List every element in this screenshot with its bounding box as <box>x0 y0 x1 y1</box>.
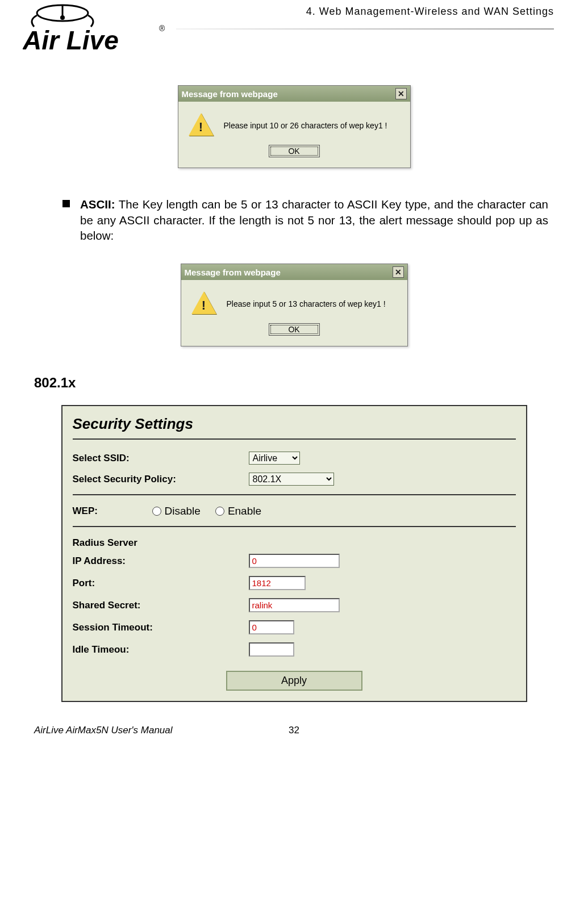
session-timeout-input[interactable] <box>249 620 294 634</box>
warning-icon: ! <box>189 113 214 138</box>
ascii-paragraph: ASCII: The Key length can be 5 or 13 cha… <box>80 197 548 244</box>
close-icon[interactable]: ✕ <box>393 266 404 278</box>
dialog-message: Please input 5 or 13 characters of wep k… <box>227 299 386 308</box>
page-number: 32 <box>207 725 381 736</box>
wep-enable-label: Enable <box>228 505 261 517</box>
port-input[interactable] <box>249 576 306 590</box>
svg-text:®: ® <box>159 24 165 33</box>
session-timeout-label: Session Timeout: <box>73 622 249 633</box>
svg-point-2 <box>60 15 65 20</box>
footer-manual-name: AirLive AirMax5N User's Manual <box>34 725 207 736</box>
port-label: Port: <box>73 578 249 589</box>
ip-address-input[interactable] <box>249 554 340 568</box>
apply-button[interactable]: Apply <box>226 671 362 691</box>
ok-button[interactable]: OK <box>269 145 320 157</box>
select-policy-label: Select Security Policy: <box>73 474 249 485</box>
close-icon[interactable]: ✕ <box>395 88 407 99</box>
wep-enable-radio[interactable]: Enable <box>215 505 261 517</box>
alert-dialog-ascii: Message from webpage ✕ ! Please input 5 … <box>181 264 408 346</box>
warning-icon: ! <box>191 291 216 316</box>
ip-address-label: IP Address: <box>73 555 249 567</box>
panel-title: Security Settings <box>73 412 516 440</box>
select-ssid-label: Select SSID: <box>73 453 249 464</box>
divider <box>73 494 516 495</box>
wep-disable-radio[interactable]: Disable <box>152 505 201 517</box>
alert-dialog-hex: Message from webpage ✕ ! Please input 10… <box>178 85 411 168</box>
wep-disable-label: Disable <box>165 505 201 517</box>
ok-button[interactable]: OK <box>269 323 320 336</box>
idle-timeout-input[interactable] <box>249 642 294 657</box>
dialog-title: Message from webpage <box>185 268 281 277</box>
header-divider <box>176 28 554 30</box>
dialog-message: Please input 10 or 26 characters of wep … <box>224 121 387 130</box>
bullet-icon <box>62 200 70 207</box>
shared-secret-input[interactable] <box>249 598 340 612</box>
security-settings-panel: Security Settings Select SSID: Airlive S… <box>61 405 527 702</box>
breadcrumb: 4. Web Management-Wireless and WAN Setti… <box>306 6 554 18</box>
svg-text:Air Live: Air Live <box>23 26 119 55</box>
select-ssid[interactable]: Airlive <box>249 452 300 465</box>
radius-server-heading: Radius Server <box>73 533 516 550</box>
select-security-policy[interactable]: 802.1X <box>249 473 334 486</box>
dialog-title: Message from webpage <box>182 89 278 99</box>
ascii-label: ASCII: <box>80 198 115 211</box>
idle-timeout-label: Idle Timeou: <box>73 644 249 655</box>
shared-secret-label: Shared Secret: <box>73 600 249 611</box>
divider <box>73 526 516 527</box>
brand-logo: Air Live ® <box>23 3 170 57</box>
wep-label: WEP: <box>73 506 152 517</box>
section-heading-8021x: 802.1x <box>34 375 554 391</box>
